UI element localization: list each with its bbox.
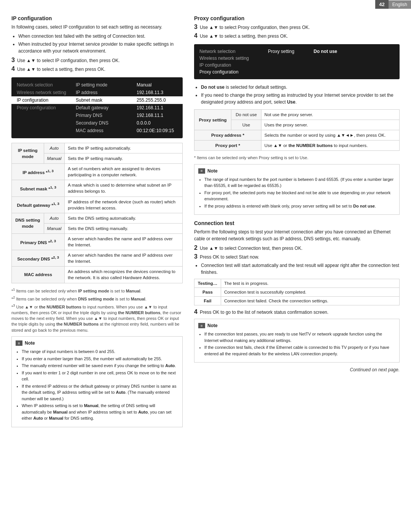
left-note-box: ≡ Note The range of input numbers is bet…: [11, 336, 183, 427]
proxy-note-list: The range of input numbers for the port …: [204, 176, 395, 209]
right-column: Proxy configuration 3 Use ▲▼ to select P…: [190, 15, 400, 430]
p-col3-header: Do not use: [314, 49, 337, 54]
step4-text: Use ▲▼ to select a setting, then press O…: [17, 66, 105, 73]
ip-config-title: IP configuration: [11, 15, 183, 21]
menu-col3-4: 192.168.11.1: [137, 105, 163, 110]
ip-desc-subnet: A mask which is used to determine what s…: [65, 180, 183, 197]
conn-step3-text: Press OK to select Start now.: [200, 254, 259, 260]
menu-col2-3: Subnet mask: [76, 97, 137, 103]
ip-label-mac: MAC address: [12, 267, 65, 283]
ip-desc-address: A set of numbers which are assigned to d…: [65, 164, 183, 180]
proxy-bullets: Do not use is selected for default setti…: [201, 84, 400, 105]
proxy-step3-line: 3 Use ▲▼ to select Proxy configuration, …: [194, 24, 400, 31]
menu-row-4: Proxy configuration Default gateway 192.…: [11, 104, 183, 112]
conn-step4-line: 4 Press OK to go to the list of network …: [194, 308, 400, 316]
conn-row-fail: Fail Connection test failed. Check the c…: [194, 297, 400, 305]
menu-col2-6: Secondary DNS: [76, 120, 137, 126]
proxy-note-item-3: If the proxy address is entered with bla…: [204, 203, 395, 209]
ct-desc-pass: Connection test is successfully complete…: [221, 288, 400, 297]
footnote-2: *2 Items can be selected only when DNS s…: [11, 295, 183, 302]
ip-row-mac: MAC address An address which recognizes …: [12, 267, 183, 283]
note-item-3: The manually entered number will be save…: [22, 363, 178, 369]
menu-col2-1: IP setting mode: [76, 82, 137, 88]
ct-label-testing: Testing…: [194, 279, 221, 288]
ip-desc-pdns: A server which handles the name and IP a…: [65, 233, 183, 250]
proxy-note-item-1: The range of input numbers for the port …: [204, 176, 395, 189]
left-note-label: Note: [25, 340, 35, 347]
menu-row-2: Wireless network setting IP address 192.…: [11, 89, 183, 96]
ip-sub-auto: Auto: [44, 143, 65, 153]
footnote-3: *3 Use ▲▼ or the NUMBER buttons to input…: [11, 303, 183, 334]
step3-line: 3 Use ▲▼ to select IP configuration, the…: [11, 57, 183, 64]
conn-step3-num: 3: [194, 253, 198, 260]
ct-label-pass: Pass: [194, 288, 221, 297]
ip-desc-dns-manual: Sets the DNS setting manually.: [65, 223, 183, 233]
menu-col3-3: 255.255.255.0: [137, 97, 166, 103]
menu-col3-2: 192.168.11.3: [137, 90, 163, 95]
note-item-1: The range of input numbers is between 0 …: [22, 348, 178, 355]
proxy-row-address: Proxy address * Selects the number or wo…: [194, 130, 400, 141]
proxy-sub-donotuse: Do not use: [231, 110, 261, 120]
ip-desc-gateway: IP address of the network device (such a…: [65, 197, 183, 213]
proxy-menu-row-ipconfig: IP configuration: [199, 62, 394, 69]
page-header: 42 English: [375, 0, 411, 9]
proxy-step4-num: 4: [194, 32, 198, 39]
bullet-2: When instructed by your Internet service…: [18, 41, 183, 54]
proxy-note-item-2: For proxy port, the selected ports may b…: [204, 190, 395, 202]
proxy-desc-donotuse: Not use the proxy server.: [261, 110, 399, 120]
conn-note-box: ≡ Note If the connection test passes, yo…: [194, 319, 400, 363]
ip-label-mode: IP setting mode: [12, 143, 44, 164]
conn-step4-text: Press OK to go to the list of network st…: [200, 309, 328, 316]
conn-note-icon: ≡: [198, 323, 205, 328]
menu-col2-7: MAC address: [76, 128, 137, 133]
proxy-step4-text: Use ▲▼ to select a setting, then press O…: [200, 33, 288, 40]
p-col1-ipconfig: IP configuration: [199, 62, 268, 68]
conn-note-item-1: If the connection test passes, you are r…: [204, 331, 395, 343]
note-item-2: If you enter a number larger than 255, t…: [22, 356, 178, 362]
continued-text: Continued on next page.: [194, 366, 400, 373]
footnote-1: *1 Items can be selected only when IP se…: [11, 287, 183, 294]
menu-col2-4: Default gateway: [76, 105, 137, 110]
proxy-step3-num: 3: [194, 24, 198, 30]
ip-row-subnet: Subnet mask *1, 3 A mask which is used t…: [12, 180, 183, 197]
ip-sub-dns-manual: Manual: [44, 223, 65, 233]
proxy-row-donotuse: Proxy setting Do not use Not use the pro…: [194, 110, 400, 120]
proxy-config-title: Proxy configuration: [194, 15, 400, 21]
p-col2-header: Proxy setting: [268, 49, 314, 54]
menu-col1-5: [17, 113, 76, 118]
step3-num: 3: [11, 57, 15, 64]
proxy-settings-table: Proxy setting Do not use Not use the pro…: [194, 109, 400, 151]
bullet-1: When connection test failed with the set…: [18, 33, 183, 40]
menu-col1-6: [17, 120, 76, 126]
menu-col2-5: Primary DNS: [76, 113, 137, 118]
menu-col1-4: Proxy configuration: [17, 105, 76, 110]
proxy-menu-row-wireless: Wireless network setting: [199, 55, 394, 62]
conn-test-bullets: Connection test will start automatically…: [201, 262, 400, 276]
ip-config-intro: In following cases, select IP configurat…: [11, 24, 183, 30]
p-col1-wireless: Wireless network setting: [199, 56, 268, 61]
ip-desc-sdns: A server which handles the name and IP a…: [65, 250, 183, 267]
note-item-6: When IP address setting is set to Manual…: [22, 403, 178, 422]
menu-col1-1: Network selection: [17, 82, 76, 88]
left-note-header: ≡ Note: [16, 340, 178, 347]
ip-label-subnet: Subnet mask *1, 3: [12, 180, 65, 197]
ip-sub-dns-auto: Auto: [44, 213, 65, 223]
menu-col3-6: 0.0.0.0: [137, 120, 151, 126]
proxy-desc-use: Uses the proxy server.: [261, 120, 399, 130]
conn-note-header: ≡ Note: [198, 322, 395, 329]
conn-bullet-1: Connection test will start automatically…: [201, 262, 400, 276]
ip-label-gateway: Default gateway *1, 3: [12, 197, 65, 213]
proxy-step3-text: Use ▲▼ to select Proxy configuration, th…: [200, 24, 310, 31]
proxy-note-box: ≡ Note The range of input numbers for th…: [194, 164, 400, 215]
left-note-list: The range of input numbers is between 0 …: [22, 348, 178, 422]
p-col1-proxconfig: Proxy configuration: [199, 69, 268, 75]
ip-sub-manual: Manual: [44, 153, 65, 164]
ip-row-pdns: Primary DNS *2, 3 A server which handles…: [12, 233, 183, 250]
ip-label-dns: DNS setting mode: [12, 213, 44, 233]
conn-test-intro: Perform the following steps to test your…: [194, 228, 400, 242]
conn-note-label: Note: [207, 322, 218, 329]
ip-row-sdns: Secondary DNS *2, 3 A server which handl…: [12, 250, 183, 267]
ip-row-dns-auto: DNS setting mode Auto Sets the DNS setti…: [12, 213, 183, 223]
menu-row-5: Primary DNS 192.168.11.1: [11, 112, 183, 119]
proxy-menu-row-proxconfig: Proxy configuration: [199, 69, 394, 75]
